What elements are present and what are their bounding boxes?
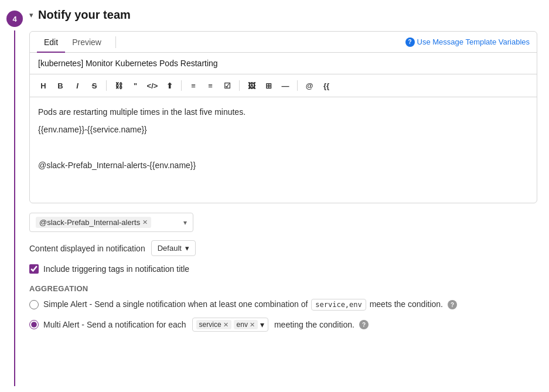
recipient-tag-label: @slack-Prefab_Internal-alerts [39,218,140,227]
toolbar-heading[interactable]: H [36,78,51,93]
content-select[interactable]: Default ▾ [151,240,196,256]
toolbar-hr[interactable]: — [278,78,293,93]
recipient-tag: @slack-Prefab_Internal-alerts ✕ [36,217,151,228]
simple-alert-tags: service,env [311,299,366,311]
toolbar-template-var[interactable]: {{ [319,78,334,93]
editor-line-3 [38,141,528,154]
content-label: Content displayed in notification [29,244,145,253]
triggering-tags-checkbox[interactable] [29,264,39,274]
toolbar-checkbox[interactable]: ☑ [220,78,235,93]
multi-alert-radio[interactable] [29,320,39,329]
below-card-controls: @slack-Prefab_Internal-alerts ✕ ▾ Conten… [29,213,537,339]
recipient-tag-remove[interactable]: ✕ [142,219,148,226]
section-header: ▾ Notify your team [29,8,537,22]
editor-line-1: Pods are restarting multiple times in th… [38,105,528,118]
multi-alert-help-icon[interactable]: ? [359,320,369,329]
simple-alert-radio[interactable] [29,300,39,309]
triggering-tags-label: Include triggering tags in notification … [43,264,189,274]
subject-input[interactable] [30,53,537,74]
editor-line-2: {{env.name}}-{{service.name}} [38,123,528,136]
step-line [14,30,15,386]
toolbar-strikethrough[interactable]: S [87,78,102,93]
multi-alert-tag-env: env ✕ [234,320,258,329]
tab-preview[interactable]: Preview [65,32,108,53]
toolbar-link[interactable]: ⛓ [111,78,126,93]
editor-card: Edit Preview ? Use Message Template Vari… [29,31,537,203]
help-circle-icon: ? [405,38,415,47]
multi-alert-dropdown-arrow: ▾ [260,320,264,329]
aggregation-section: Aggregation Simple Alert - Send a single… [29,284,537,339]
simple-alert-option: Simple Alert - Send a single notificatio… [29,299,537,311]
tabs-divider [115,36,116,48]
chevron-down-icon[interactable]: ▾ [29,11,33,19]
toolbar-sep-2 [181,80,182,91]
toolbar-sep-1 [106,80,107,91]
toolbar-sep-4 [297,80,298,91]
editor-body[interactable]: Pods are restarting multiple times in th… [30,97,537,203]
toolbar-italic[interactable]: I [70,78,85,93]
toolbar-unordered-list[interactable]: ≡ [203,78,218,93]
simple-alert-help-icon[interactable]: ? [448,300,457,309]
recipient-row: @slack-Prefab_Internal-alerts ✕ ▾ [29,213,537,232]
tag-service-remove[interactable]: ✕ [223,321,229,329]
toolbar-quote[interactable]: " [128,78,143,93]
toolbar-mention[interactable]: @ [302,78,317,93]
tabs-bar: Edit Preview ? Use Message Template Vari… [30,32,537,53]
multi-alert-tag-service: service ✕ [196,320,231,329]
main-content: ▾ Notify your team Edit Preview ? Use Me… [29,6,549,386]
triggering-tags-row: Include triggering tags in notification … [29,264,537,274]
tag-env-remove[interactable]: ✕ [250,321,255,329]
recipient-select[interactable]: @slack-Prefab_Internal-alerts ✕ ▾ [29,213,193,232]
simple-alert-text: Simple Alert - Send a single notificatio… [43,299,443,311]
aggregation-title: Aggregation [29,284,537,293]
section-title: Notify your team [38,8,131,22]
template-variables-link[interactable]: ? Use Message Template Variables [405,38,530,47]
toolbar-bold[interactable]: B [53,78,68,93]
recipient-dropdown-arrow: ▾ [183,219,187,227]
editor-toolbar: H B I S ⛓ " </> ⬆ ≡ ≡ ☑ 🖼 ⊞ — @ {{ [30,74,537,97]
multi-alert-option: Multi Alert - Send a notification for ea… [29,318,537,332]
toolbar-table[interactable]: ⊞ [261,78,276,93]
step-indicator: 4 [0,6,29,386]
editor-line-4: @slack-Prefab_Internal-alerts-{{env.name… [38,159,528,172]
toolbar-image[interactable]: 🖼 [244,78,259,93]
step-number: 4 [6,11,23,27]
content-selected-value: Default [158,244,182,253]
tab-edit[interactable]: Edit [37,32,65,53]
content-dropdown-arrow: ▾ [185,244,189,253]
toolbar-sep-3 [239,80,240,91]
toolbar-upload[interactable]: ⬆ [162,78,177,93]
template-link-label: Use Message Template Variables [417,38,530,46]
multi-alert-text: Multi Alert - Send a notification for ea… [43,320,186,329]
toolbar-ordered-list[interactable]: ≡ [186,78,201,93]
multi-alert-tags-select[interactable]: service ✕ env ✕ ▾ [192,318,268,332]
content-notification-row: Content displayed in notification Defaul… [29,240,537,256]
multi-alert-suffix: meeting the condition. [274,320,354,329]
toolbar-code[interactable]: </> [145,78,160,93]
